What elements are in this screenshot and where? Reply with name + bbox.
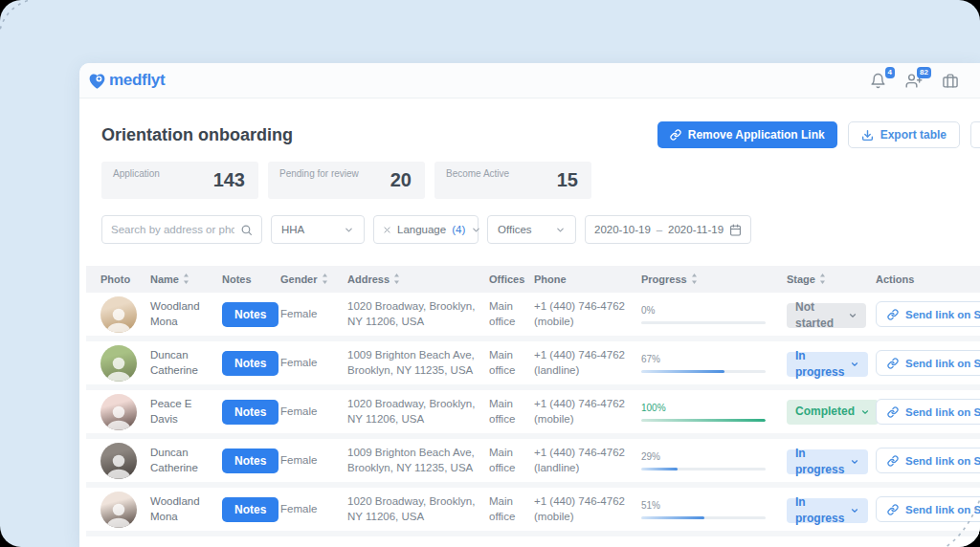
notifications-button[interactable]: 4 bbox=[870, 73, 886, 89]
stage-label: In progress bbox=[795, 446, 844, 476]
send-link-sms-button[interactable]: Send link on SMS bbox=[876, 496, 980, 522]
avatar bbox=[100, 296, 137, 333]
cell-address: 1009 Brighton Beach Ave, Brooklyn, NY 11… bbox=[347, 348, 489, 378]
stage-dropdown[interactable]: Completed bbox=[787, 400, 879, 425]
sort-icon[interactable] bbox=[819, 274, 826, 286]
chevron-down-icon bbox=[850, 506, 859, 515]
cell-photo bbox=[100, 345, 150, 382]
screenshot-canvas: medflyt 4 82 Orientation onboarding bbox=[0, 0, 980, 547]
cell-progress: 51% bbox=[641, 499, 787, 519]
cell-gender: Female bbox=[280, 405, 347, 420]
sort-icon[interactable] bbox=[393, 274, 400, 286]
phone-type: (landline) bbox=[534, 363, 632, 379]
col-header-gender: Gender bbox=[280, 274, 347, 286]
col-header-notes: Notes bbox=[222, 274, 280, 285]
notifications-badge: 4 bbox=[885, 67, 895, 78]
cell-offices: Main office bbox=[489, 397, 534, 427]
table-header: Photo Name Notes Gender Address Offices … bbox=[86, 266, 980, 293]
cell-name: Woodland Mona bbox=[150, 494, 222, 524]
stat-card-pending: Pending for review 20 bbox=[268, 162, 425, 199]
header-icons: 4 82 bbox=[870, 73, 959, 89]
cell-name: Woodland Mona bbox=[150, 299, 222, 329]
progress-bar bbox=[641, 419, 766, 422]
date-range-filter[interactable]: 2020-10-19 – 2020-11-19 bbox=[585, 215, 751, 244]
cell-progress: 0% bbox=[641, 304, 787, 324]
cell-stage: Completed bbox=[787, 400, 876, 425]
hha-filter[interactable]: HHA bbox=[271, 215, 365, 244]
cell-notes: Notes bbox=[222, 449, 280, 473]
cell-gender: Female bbox=[280, 356, 347, 371]
partial-edge-button[interactable] bbox=[970, 121, 980, 148]
language-filter-count: (4) bbox=[452, 224, 465, 235]
notes-button[interactable]: Notes bbox=[222, 351, 278, 376]
cell-gender: Female bbox=[280, 307, 347, 322]
language-filter[interactable]: Language (4) bbox=[373, 215, 479, 244]
send-link-sms-label: Send link on SMS bbox=[905, 504, 980, 515]
clear-filter-icon[interactable] bbox=[383, 226, 391, 234]
export-table-button[interactable]: Export table bbox=[848, 121, 960, 148]
cell-progress: 67% bbox=[641, 353, 787, 373]
chevron-down-icon bbox=[850, 457, 859, 467]
remove-application-link-button[interactable]: Remove Application Link bbox=[657, 121, 837, 148]
table-row: Duncan Catherine Notes Female 1009 Brigh… bbox=[86, 341, 980, 390]
cell-stage: In progress bbox=[787, 447, 876, 473]
send-link-sms-button[interactable]: Send link on SMS bbox=[876, 448, 980, 473]
col-header-phone: Phone bbox=[534, 274, 641, 285]
link-icon bbox=[670, 129, 681, 141]
cell-address: 1020 Broadway, Brooklyn, NY 11206, USA bbox=[347, 299, 489, 329]
cell-notes: Notes bbox=[222, 302, 280, 327]
language-filter-label: Language bbox=[397, 224, 446, 235]
col-header-address: Address bbox=[347, 274, 489, 286]
progress-bar-fill bbox=[641, 468, 678, 470]
date-start: 2020-10-19 bbox=[594, 224, 651, 235]
notes-button[interactable]: Notes bbox=[222, 302, 278, 327]
search-input[interactable] bbox=[111, 224, 234, 235]
table-row: Peace E Davis Notes Female 1020 Broadway… bbox=[86, 390, 980, 439]
filters-row: HHA Language (4) Offices 2020-10-19 – 20… bbox=[79, 199, 980, 244]
person-silhouette-icon bbox=[104, 355, 133, 382]
person-silhouette-icon bbox=[104, 306, 133, 333]
send-link-sms-button[interactable]: Send link on SMS bbox=[876, 350, 980, 376]
sort-icon[interactable] bbox=[183, 274, 189, 286]
progress-percent: 0% bbox=[641, 304, 777, 317]
progress-bar bbox=[641, 321, 766, 324]
phone-type: (mobile) bbox=[534, 412, 632, 427]
send-link-sms-button[interactable]: Send link on SMS bbox=[876, 399, 980, 425]
send-link-sms-button[interactable]: Send link on SMS bbox=[876, 301, 980, 327]
chevron-down-icon bbox=[850, 360, 859, 369]
stage-dropdown[interactable]: In progress bbox=[787, 352, 868, 377]
avatar bbox=[100, 492, 137, 528]
link-icon bbox=[887, 309, 899, 320]
calendar-icon bbox=[729, 224, 742, 236]
notes-button[interactable]: Notes bbox=[222, 449, 278, 473]
sort-icon[interactable] bbox=[322, 274, 328, 286]
stat-card-application: Application 143 bbox=[101, 162, 258, 199]
notes-button[interactable]: Notes bbox=[222, 497, 278, 522]
link-icon bbox=[887, 455, 899, 467]
person-silhouette-icon bbox=[104, 404, 133, 430]
notes-button[interactable]: Notes bbox=[222, 400, 278, 425]
chevron-down-icon bbox=[471, 225, 481, 235]
remove-application-link-label: Remove Application Link bbox=[688, 128, 825, 142]
sort-icon[interactable] bbox=[691, 274, 698, 286]
offices-filter[interactable]: Offices bbox=[487, 215, 576, 244]
chevron-down-icon bbox=[860, 407, 870, 417]
cell-offices: Main office bbox=[489, 348, 534, 378]
jobs-button[interactable] bbox=[942, 73, 959, 89]
chevron-down-icon bbox=[344, 225, 354, 235]
cell-name: Duncan Catherine bbox=[150, 446, 222, 475]
stage-dropdown[interactable]: In progress bbox=[787, 449, 868, 474]
progress-bar bbox=[641, 370, 766, 373]
cell-name: Peace E Davis bbox=[150, 397, 222, 427]
invites-button[interactable]: 82 bbox=[905, 73, 923, 89]
col-header-name: Name bbox=[150, 274, 222, 286]
send-link-sms-label: Send link on SMS bbox=[905, 309, 980, 320]
cell-actions: Send link on SMS bbox=[876, 350, 980, 376]
stat-card-active: Become Active 15 bbox=[434, 162, 591, 199]
phone-type: (mobile) bbox=[534, 315, 632, 330]
logo[interactable]: medflyt bbox=[87, 71, 165, 91]
stage-dropdown[interactable]: Not started bbox=[787, 303, 866, 328]
page-head: Orientation onboarding Remove Applicatio… bbox=[79, 98, 980, 148]
progress-bar bbox=[641, 468, 766, 470]
stage-dropdown[interactable]: In progress bbox=[787, 498, 868, 523]
